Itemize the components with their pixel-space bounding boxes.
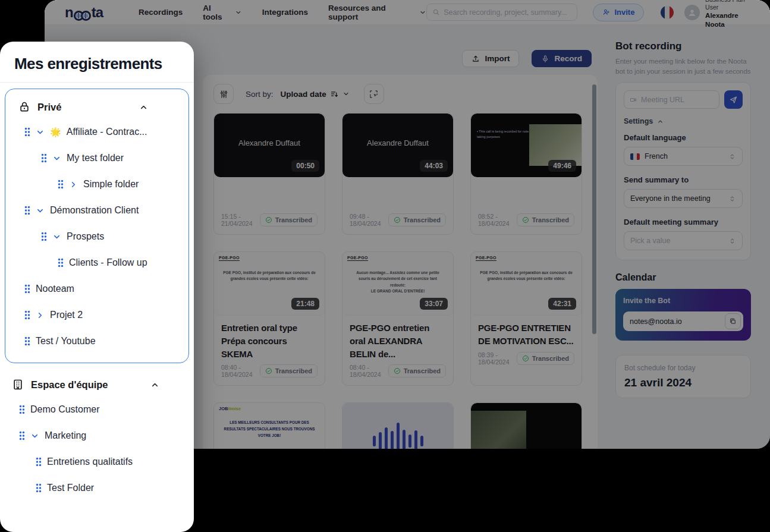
folder-label: Démonstration Client (50, 205, 139, 216)
drag-handle-icon[interactable] (24, 127, 30, 137)
folder-label: Projet 2 (50, 310, 83, 320)
folder-item[interactable]: 🌟 Affiliate - Contrac... (11, 119, 183, 145)
drag-handle-icon[interactable] (24, 336, 30, 346)
folder-label: Marketing (45, 430, 86, 441)
drag-handle-icon[interactable] (24, 284, 30, 294)
drag-handle-icon[interactable] (24, 310, 30, 320)
folder-item[interactable]: Marketing (0, 423, 194, 449)
folder-label: Clients - Follow up (69, 257, 147, 268)
folders-side-panel: Mes enregistrements Privé 🌟 Affiliate - … (0, 42, 194, 532)
chevron-down-icon[interactable] (30, 432, 39, 440)
folder-label: Test Folder (47, 483, 94, 493)
chevron-right-icon[interactable] (69, 180, 78, 189)
chevron-up-icon (150, 380, 159, 389)
folder-item[interactable]: Test Folder (0, 475, 194, 501)
folder-item[interactable]: Nooteam (11, 276, 183, 302)
folder-item[interactable]: Démonstration Client (11, 197, 183, 223)
section-header-prive[interactable]: Privé (11, 95, 183, 119)
folder-item[interactable]: Prospets (11, 223, 183, 250)
folder-item[interactable]: Projet 2 (11, 302, 183, 328)
folder-label: Simple folder (83, 179, 139, 190)
panel-heading: Mes enregistrements (0, 42, 194, 82)
folder-label: Nooteam (36, 284, 74, 294)
folder-label: My test folder (67, 153, 124, 163)
drag-handle-icon[interactable] (19, 431, 25, 440)
drag-handle-icon[interactable] (41, 153, 47, 163)
private-section-box: Privé 🌟 Affiliate - Contrac... My test f… (5, 89, 189, 363)
building-icon (12, 379, 24, 391)
drag-handle-icon[interactable] (41, 232, 47, 241)
folder-label: Prospets (67, 231, 104, 242)
folder-label: Test / Youtube (36, 336, 96, 347)
folder-item[interactable]: Test / Youtube (11, 328, 183, 354)
folder-label: Demo Customer (30, 404, 99, 415)
chevron-down-icon[interactable] (36, 128, 45, 137)
divider (0, 82, 194, 83)
drag-handle-icon[interactable] (36, 457, 42, 467)
folder-item[interactable]: Entretiens qualitatifs (0, 449, 194, 475)
section-header-team[interactable]: Espace d'équipe (0, 373, 194, 396)
chevron-down-icon[interactable] (52, 154, 61, 163)
folder-item[interactable]: Demo Customer (0, 396, 194, 423)
folder-label: Affiliate - Contrac... (67, 127, 147, 137)
chevron-right-icon[interactable] (36, 311, 45, 320)
folder-item[interactable]: Simple folder (11, 171, 183, 197)
drag-handle-icon[interactable] (58, 180, 64, 189)
lock-icon (18, 101, 30, 113)
folder-label: Entretiens qualitatifs (47, 457, 133, 467)
folder-item[interactable]: My test folder (11, 145, 183, 171)
star-emoji: 🌟 (50, 127, 61, 137)
chevron-down-icon[interactable] (52, 232, 61, 241)
chevron-up-icon (139, 103, 148, 112)
folder-item[interactable]: Clients - Follow up (11, 250, 183, 276)
drag-handle-icon[interactable] (19, 405, 25, 414)
drag-handle-icon[interactable] (24, 206, 30, 215)
team-section: Espace d'équipe Demo Customer Marketing … (0, 373, 194, 501)
drag-handle-icon[interactable] (36, 483, 42, 493)
chevron-down-icon[interactable] (36, 206, 45, 215)
drag-handle-icon[interactable] (58, 258, 64, 267)
